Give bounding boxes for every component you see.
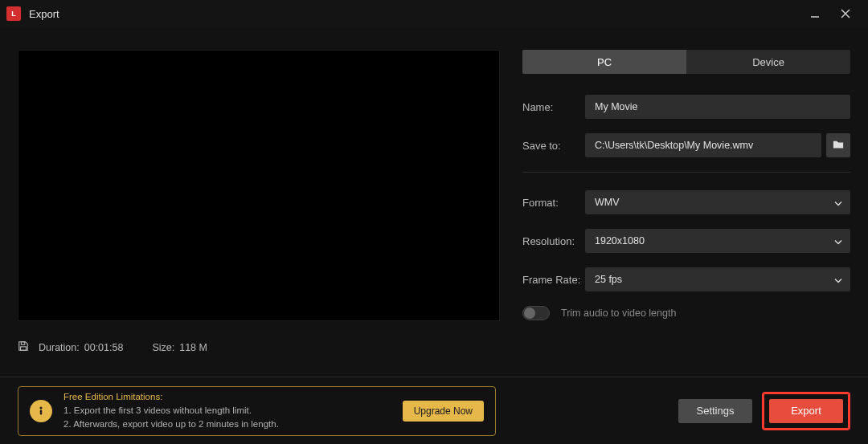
toggle-knob xyxy=(524,308,535,319)
saveto-label: Save to: xyxy=(522,140,585,152)
window-controls xyxy=(807,6,862,22)
footer: Free Edition Limitations: 1. Export the … xyxy=(0,377,868,444)
format-select[interactable]: WMV xyxy=(585,190,850,214)
duration-label: Duration: xyxy=(39,342,80,353)
info-icon xyxy=(30,400,52,422)
svg-point-5 xyxy=(40,406,43,409)
meta-row: Duration: 00:01:58 Size: 118 M xyxy=(18,340,500,354)
settings-button[interactable]: Settings xyxy=(678,399,752,423)
footer-actions: Settings Export xyxy=(678,392,850,430)
export-button[interactable]: Export xyxy=(769,399,843,423)
tab-pc[interactable]: PC xyxy=(522,50,686,74)
duration-value: 00:01:58 xyxy=(84,342,124,353)
framerate-select[interactable]: 25 fps xyxy=(585,267,850,291)
titlebar: L Export xyxy=(0,0,868,27)
close-button[interactable] xyxy=(837,6,854,22)
divider xyxy=(522,172,850,173)
tab-device[interactable]: Device xyxy=(686,50,850,74)
svg-rect-3 xyxy=(21,342,24,345)
size-value: 118 M xyxy=(179,342,207,353)
name-input[interactable] xyxy=(585,95,850,119)
size-label: Size: xyxy=(152,342,174,353)
export-tabs: PC Device xyxy=(522,50,850,74)
folder-icon xyxy=(833,139,844,153)
limitations-title: Free Edition Limitations: xyxy=(63,390,391,404)
content: Duration: 00:01:58 Size: 118 M PC Device… xyxy=(0,27,868,354)
name-label: Name: xyxy=(522,101,585,113)
window-title: Export xyxy=(29,8,807,20)
minimize-button[interactable] xyxy=(807,6,823,22)
save-disk-icon xyxy=(18,340,29,354)
format-label: Format: xyxy=(522,197,585,209)
limitations-line2: 2. Afterwards, export video up to 2 minu… xyxy=(63,418,391,431)
export-form: Name: Save to: Format: xyxy=(522,95,850,320)
trim-audio-toggle[interactable] xyxy=(522,306,550,320)
limitations-banner: Free Edition Limitations: 1. Export the … xyxy=(18,386,496,436)
svg-rect-6 xyxy=(40,409,42,414)
saveto-input[interactable] xyxy=(585,133,821,157)
right-panel: PC Device Name: Save to: xyxy=(522,50,850,354)
app-icon: L xyxy=(6,6,21,21)
resolution-select[interactable]: 1920x1080 xyxy=(585,229,850,253)
limitations-text: Free Edition Limitations: 1. Export the … xyxy=(63,390,391,430)
upgrade-button[interactable]: Upgrade Now xyxy=(403,401,484,422)
resolution-label: Resolution: xyxy=(522,235,585,247)
left-panel: Duration: 00:01:58 Size: 118 M xyxy=(18,50,500,354)
framerate-label: Frame Rate: xyxy=(522,274,585,286)
trim-audio-label: Trim audio to video length xyxy=(561,308,676,319)
svg-rect-4 xyxy=(21,347,27,350)
limitations-line1: 1. Export the first 3 videos without len… xyxy=(63,404,391,418)
video-preview xyxy=(18,50,500,321)
browse-button[interactable] xyxy=(826,133,850,157)
export-highlight: Export xyxy=(762,392,850,430)
